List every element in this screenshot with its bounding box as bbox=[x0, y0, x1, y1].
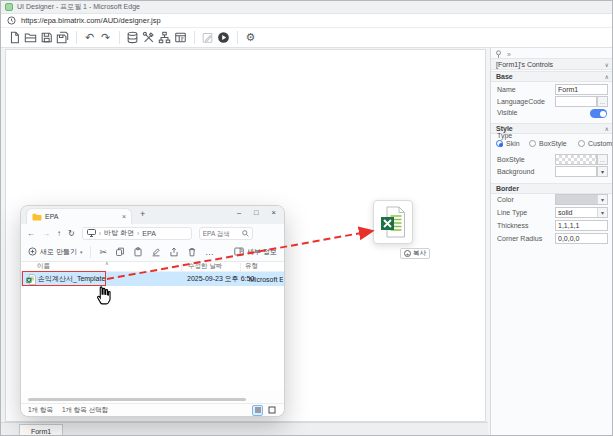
field-border-color: Color ▾ bbox=[491, 194, 613, 206]
form-tab-bar: Form1 bbox=[1, 422, 488, 436]
toolbar-separator bbox=[237, 31, 238, 44]
toolbar-separator bbox=[76, 31, 77, 44]
panel-icon-row: » bbox=[495, 50, 511, 58]
languagecode-ellipsis-button[interactable]: … bbox=[597, 96, 608, 107]
background-dropdown-icon[interactable]: ▾ bbox=[597, 166, 608, 177]
undo-icon[interactable]: ↶ bbox=[82, 30, 97, 45]
run-icon[interactable] bbox=[216, 30, 231, 45]
explorer-tab-epa[interactable]: EPA × bbox=[26, 208, 132, 224]
new-plus-icon bbox=[28, 247, 37, 256]
file-row-selected[interactable]: 손익계산서_Template 2025-09-23 오후 6:50 Micros… bbox=[21, 272, 284, 286]
field-background: Background ▾ bbox=[491, 166, 613, 178]
collapse-panel-icon[interactable]: » bbox=[507, 51, 511, 58]
dataset-grid-icon[interactable] bbox=[173, 30, 188, 45]
site-info-icon[interactable] bbox=[7, 16, 16, 25]
boxstyle-swatch[interactable] bbox=[555, 154, 597, 165]
crumb-desktop[interactable]: 바탕 화면 bbox=[104, 228, 134, 238]
radio-boxstyle[interactable]: BoxStyle bbox=[529, 140, 567, 147]
toolbar-separator bbox=[119, 31, 120, 44]
properties-panel: » [Form1]'s Controls ∨ Base ∧ Name Langu… bbox=[490, 48, 613, 436]
visible-toggle[interactable] bbox=[590, 109, 607, 118]
settings-gear-icon[interactable]: ⚙ bbox=[243, 30, 258, 45]
tab-form1[interactable]: Form1 bbox=[19, 424, 63, 436]
horizontal-scrollbar[interactable] bbox=[28, 398, 246, 401]
refresh-icon[interactable]: ↻ bbox=[68, 229, 75, 238]
section-border[interactable]: Border bbox=[491, 183, 613, 194]
edge-window: UI Designer - 프로필 1 - Microsoft Edge htt… bbox=[0, 0, 613, 436]
close-icon[interactable]: × bbox=[272, 208, 276, 217]
field-line-type: Line Type solid ▾ bbox=[491, 207, 613, 219]
database-icon[interactable] bbox=[125, 30, 140, 45]
details-pane-button[interactable]: 세부 정보 bbox=[234, 247, 277, 257]
new-tab-icon[interactable]: + bbox=[140, 209, 145, 219]
column-name[interactable]: 이름 bbox=[37, 262, 50, 271]
radio-dot bbox=[496, 140, 503, 147]
back-icon[interactable]: ← bbox=[27, 229, 35, 238]
explorer-tabbar: EPA × + – □ × bbox=[21, 206, 284, 224]
designer-toolbar: ↶ ↷ ⚙ bbox=[1, 28, 612, 48]
languagecode-input[interactable] bbox=[555, 96, 597, 107]
tools-icon[interactable] bbox=[141, 30, 156, 45]
cut-icon[interactable]: ✂ bbox=[99, 247, 107, 257]
copy-icon[interactable] bbox=[115, 247, 125, 257]
save-all-icon[interactable] bbox=[55, 30, 70, 45]
pin-icon[interactable] bbox=[495, 50, 502, 58]
delete-icon[interactable] bbox=[187, 247, 197, 257]
background-input[interactable] bbox=[555, 166, 597, 177]
boxstyle-ellipsis-button[interactable]: … bbox=[597, 154, 608, 165]
radio-custom[interactable]: Custom bbox=[578, 140, 612, 147]
radio-skin[interactable]: Skin bbox=[496, 140, 520, 147]
field-boxstyle: BoxStyle … bbox=[491, 154, 613, 166]
redo-icon[interactable]: ↷ bbox=[98, 30, 113, 45]
minimize-icon[interactable]: – bbox=[237, 208, 241, 217]
breadcrumb[interactable]: › 바탕 화면 › EPA bbox=[82, 227, 192, 240]
sitemap-icon[interactable] bbox=[157, 30, 172, 45]
sort-ascending-icon: ∧ bbox=[105, 260, 109, 266]
thumbnail-view-button[interactable] bbox=[266, 405, 277, 416]
details-view-button[interactable] bbox=[252, 405, 263, 416]
new-document-icon[interactable] bbox=[7, 30, 22, 45]
rename-icon[interactable] bbox=[151, 247, 161, 257]
edit-icon[interactable] bbox=[200, 30, 215, 45]
toolbar-separator bbox=[90, 246, 91, 258]
field-corner-radius: Corner Radius bbox=[491, 233, 613, 245]
up-icon[interactable]: ↑ bbox=[57, 229, 61, 238]
tab-title: EPA bbox=[45, 213, 119, 220]
edge-urlbar[interactable]: https://epa.bimatrix.com/AUD/designer.js… bbox=[1, 14, 612, 28]
toolbar-separator bbox=[194, 31, 195, 44]
url-text[interactable]: https://epa.bimatrix.com/AUD/designer.js… bbox=[21, 16, 161, 25]
edge-titlebar: UI Designer - 프로필 1 - Microsoft Edge bbox=[1, 1, 612, 14]
tab-close-icon[interactable]: × bbox=[122, 213, 126, 220]
folder-icon bbox=[32, 213, 42, 221]
column-divider[interactable] bbox=[240, 263, 241, 271]
more-options-icon[interactable]: … bbox=[205, 247, 214, 257]
name-input[interactable] bbox=[555, 84, 608, 95]
corner-radius-input[interactable] bbox=[555, 233, 608, 244]
copy-label: 복사 bbox=[413, 249, 426, 258]
search-box[interactable] bbox=[199, 227, 253, 240]
explorer-toolbar: 새로 만들기 ▾ ✂ … 세부 정보 bbox=[21, 242, 284, 262]
line-type-combo[interactable]: solid ▾ bbox=[555, 207, 608, 218]
share-icon[interactable] bbox=[169, 247, 179, 257]
forward-icon[interactable]: → bbox=[42, 229, 50, 238]
file-list-empty-area[interactable] bbox=[21, 286, 284, 390]
column-type[interactable]: 유형 bbox=[245, 262, 258, 271]
search-icon bbox=[242, 230, 249, 237]
dropdown-icon: ▾ bbox=[597, 195, 607, 204]
border-color-combo[interactable]: ▾ bbox=[555, 194, 608, 205]
thickness-input[interactable] bbox=[555, 220, 608, 231]
crumb-epa[interactable]: EPA bbox=[142, 230, 156, 237]
open-folder-icon[interactable] bbox=[23, 30, 38, 45]
dropdown-icon: ▾ bbox=[80, 249, 83, 255]
save-icon[interactable] bbox=[39, 30, 54, 45]
color-swatch bbox=[556, 195, 597, 204]
maximize-icon[interactable]: □ bbox=[254, 208, 259, 217]
column-date-modified[interactable]: 수정한 날짜 bbox=[188, 262, 222, 271]
drag-ghost-excel[interactable] bbox=[373, 200, 413, 244]
search-input[interactable] bbox=[203, 230, 242, 237]
section-base[interactable]: Base ∧ bbox=[491, 71, 613, 82]
paste-icon[interactable] bbox=[133, 247, 143, 257]
column-divider[interactable] bbox=[181, 263, 182, 271]
controls-dropdown[interactable]: [Form1]'s Controls ∨ bbox=[491, 58, 613, 70]
new-item-button[interactable]: 새로 만들기 ▾ bbox=[28, 247, 82, 257]
